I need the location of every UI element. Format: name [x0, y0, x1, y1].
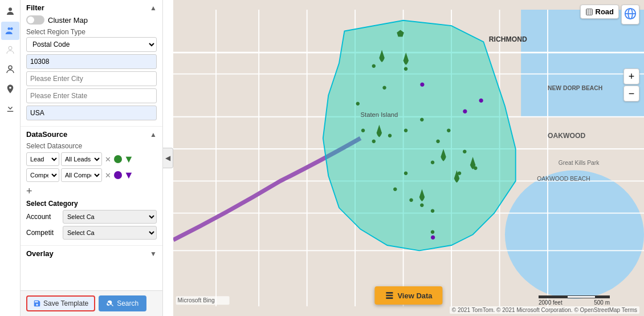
svg-text:●: ●	[409, 195, 414, 204]
search-button[interactable]: Search	[99, 295, 146, 311]
competitor-color-dot	[114, 171, 122, 179]
filter-section: Filter ▲ Cluster Map Select Region Type …	[21, 0, 162, 127]
scale-bar	[539, 295, 610, 298]
zoom-in-btn[interactable]: +	[623, 68, 639, 84]
overlay-section: Overlay ▼	[21, 246, 162, 265]
save-icon	[33, 299, 41, 307]
icon-bar	[0, 0, 21, 316]
scale-seg-2	[567, 295, 596, 298]
svg-text:●: ●	[430, 232, 436, 242]
svg-text:●: ●	[462, 146, 467, 156]
cluster-map-switch[interactable]	[26, 15, 44, 25]
search-label: Search	[117, 299, 138, 307]
icon-person[interactable]	[1, 2, 19, 21]
svg-text:Staten Island: Staten Island	[361, 111, 398, 118]
competitor-pin-icon: ▼	[124, 170, 134, 180]
svg-text:●: ●	[355, 98, 360, 108]
lead-pin-icon: ▼	[124, 154, 134, 164]
svg-text:●: ●	[419, 79, 425, 90]
scale-label-1: 2000 feet	[539, 299, 563, 306]
scale-seg-1	[539, 295, 567, 298]
svg-text:Microsoft Bing: Microsoft Bing	[178, 297, 215, 303]
save-template-button[interactable]: Save Template	[26, 295, 95, 311]
competitor-remove-btn[interactable]: ✕	[104, 171, 112, 180]
svg-text:●: ●	[371, 136, 376, 145]
overlay-title: Overlay	[26, 249, 54, 258]
add-datasource-btn[interactable]: +	[26, 185, 32, 197]
competitor-cat-label: Competit	[26, 229, 60, 237]
state-input[interactable]	[26, 88, 157, 103]
competitor-sub-select[interactable]: All Compe	[61, 168, 102, 182]
svg-text:●: ●	[462, 106, 468, 116]
filter-header[interactable]: Filter ▲	[26, 3, 157, 12]
road-icon	[585, 8, 593, 16]
account-label: Account	[26, 213, 60, 221]
svg-text:Great Kills Park: Great Kills Park	[559, 160, 600, 166]
scale-seg-3	[596, 295, 610, 298]
overlay-collapse-icon: ▼	[150, 250, 157, 258]
svg-text:●: ●	[430, 157, 435, 167]
zoom-controls: + −	[623, 68, 639, 102]
overlay-header[interactable]: Overlay ▼	[26, 249, 157, 258]
icon-map-marker[interactable]	[1, 80, 19, 98]
cluster-map-label: Cluster Map	[48, 16, 88, 25]
svg-point-3	[9, 46, 12, 50]
scale-label-2: 500 m	[594, 299, 610, 306]
svg-text:●: ●	[371, 60, 376, 70]
competitor-category-select[interactable]: Select Ca	[63, 226, 157, 240]
icon-person-outline[interactable]	[1, 60, 19, 79]
datasource-section: DataSource ▲ Select Datasource Lead All …	[21, 127, 162, 246]
map-area: RICHMOND OAKWOOD OAKWOOD BEACH NEW DORP …	[173, 0, 644, 316]
svg-text:●: ●	[403, 168, 409, 177]
lead-sub-select[interactable]: All Leads	[61, 152, 102, 166]
svg-text:⬟: ⬟	[397, 29, 404, 38]
svg-point-2	[10, 27, 13, 30]
map-svg: RICHMOND OAKWOOD OAKWOOD BEACH NEW DORP …	[173, 0, 644, 316]
map-scale: 2000 feet 500 m	[539, 295, 610, 306]
svg-text:NEW DORP BEACH: NEW DORP BEACH	[548, 85, 602, 91]
zoom-out-btn[interactable]: −	[623, 86, 639, 102]
svg-text:OAKWOOD: OAKWOOD	[548, 132, 586, 140]
save-template-label: Save Template	[43, 299, 88, 307]
category-row-competitor: Competit Select Ca	[26, 226, 157, 240]
svg-point-6	[505, 171, 644, 299]
sidebar-panel: Filter ▲ Cluster Map Select Region Type …	[21, 0, 163, 316]
account-category-select[interactable]: Select Ca	[63, 210, 157, 224]
icon-group[interactable]	[1, 22, 19, 40]
attribution-text: © 2021 TomTom. © 2021 Microsoft Corporat…	[452, 307, 637, 313]
scale-labels: 2000 feet 500 m	[539, 299, 610, 306]
postal-code-input[interactable]: 10308	[26, 54, 157, 69]
region-type-label: Select Region Type	[26, 28, 157, 36]
category-row-account: Account Select Ca	[26, 210, 157, 224]
lead-color-dot	[114, 155, 122, 163]
datasource-row-lead: Lead All Leads ✕ ▼	[26, 152, 157, 166]
datasource-collapse-icon: ▲	[150, 131, 157, 139]
view-data-icon	[385, 291, 394, 300]
sidebar-collapse-btn[interactable]: ◀	[163, 148, 173, 168]
icon-user-silhouette[interactable]	[1, 41, 19, 59]
icon-download[interactable]	[1, 99, 19, 118]
globe-icon-btn[interactable]	[621, 5, 639, 25]
view-data-button[interactable]: View Data	[374, 286, 442, 305]
svg-text:●: ●	[446, 125, 451, 135]
city-input[interactable]	[26, 71, 157, 86]
region-type-select[interactable]: Postal Code	[26, 37, 157, 52]
competitor-type-select[interactable]: Compe	[26, 168, 59, 182]
country-input[interactable]: USA	[26, 106, 157, 120]
datasource-header[interactable]: DataSource ▲	[26, 130, 157, 139]
globe-icon	[624, 7, 637, 20]
svg-text:●: ●	[361, 125, 366, 135]
search-icon	[107, 299, 115, 307]
svg-point-0	[9, 7, 12, 11]
datasource-title: DataSource	[26, 130, 67, 139]
road-view-badge[interactable]: Road	[580, 5, 619, 19]
filter-title: Filter	[26, 3, 44, 12]
lead-remove-btn[interactable]: ✕	[104, 155, 112, 164]
svg-text:●: ●	[393, 184, 398, 193]
lead-type-select[interactable]: Lead	[26, 152, 59, 166]
view-data-label: View Data	[397, 291, 432, 300]
svg-point-1	[7, 27, 10, 30]
svg-text:●: ●	[403, 125, 409, 135]
category-title: Select Category	[26, 200, 157, 208]
road-label: Road	[596, 7, 614, 16]
